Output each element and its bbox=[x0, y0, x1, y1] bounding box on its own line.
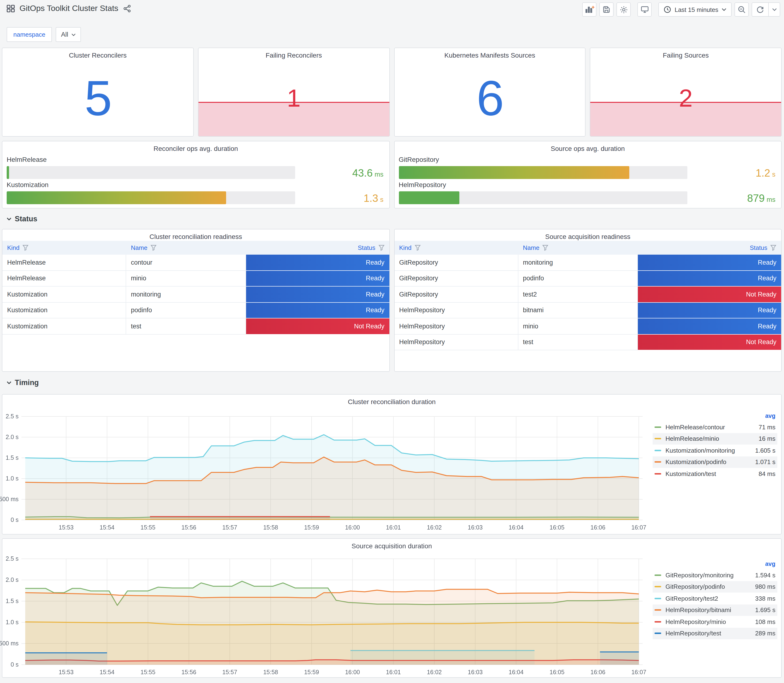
refresh-interval-button[interactable] bbox=[768, 3, 780, 16]
x-axis-tick-label: 15:53 bbox=[59, 524, 74, 531]
series-color-swatch bbox=[654, 438, 661, 439]
section-title: Timing bbox=[15, 378, 39, 387]
series-name: HelmRepository/test bbox=[665, 630, 755, 637]
gauge-track bbox=[6, 191, 295, 204]
cell-name: contour bbox=[126, 255, 246, 271]
filter-icon[interactable] bbox=[150, 245, 156, 251]
chart-plot-area[interactable]: 0 s500 ms1.0 s1.5 s2.0 s2.5 s15:5315:541… bbox=[7, 554, 649, 679]
save-dashboard-button[interactable] bbox=[599, 2, 614, 17]
stat-value: 2 bbox=[590, 63, 781, 133]
legend-item[interactable]: HelmRepository/test289 ms bbox=[653, 628, 778, 639]
series-area bbox=[25, 653, 107, 665]
cell-name: minio bbox=[518, 318, 638, 334]
gauge-fill bbox=[6, 191, 226, 204]
chart-legend: avgGitRepository/monitoring1.594 sGitRep… bbox=[653, 561, 778, 639]
legend-item[interactable]: Kustomization/podinfo1.071 s bbox=[653, 456, 778, 468]
cell-status: Not Ready bbox=[638, 287, 781, 303]
legend-item[interactable]: GitRepository/monitoring1.594 s bbox=[653, 569, 778, 581]
cycle-view-mode-icon bbox=[640, 6, 649, 13]
x-axis-tick-label: 16:04 bbox=[508, 669, 524, 675]
cell-kind: Kustomization bbox=[2, 318, 126, 334]
series-avg-value: 16 ms bbox=[758, 435, 776, 443]
chevron-down-icon bbox=[721, 8, 726, 11]
x-axis-tick-label: 16:04 bbox=[508, 524, 524, 531]
panel-title: Source ops avg. duration bbox=[394, 141, 781, 152]
gauge-fill bbox=[6, 166, 9, 179]
variable-value-dropdown[interactable]: All bbox=[56, 27, 81, 42]
table-row: KustomizationtestNot Ready bbox=[2, 318, 389, 334]
filter-icon[interactable] bbox=[378, 245, 385, 251]
legend-item[interactable]: HelmRepository/minio108 ms bbox=[653, 616, 778, 628]
legend-avg-header[interactable]: avg bbox=[653, 413, 778, 421]
status-badge: Not Ready bbox=[246, 318, 389, 334]
gauge-label: GitRepository bbox=[399, 156, 776, 163]
column-header-status[interactable]: Status bbox=[246, 241, 389, 255]
x-axis-tick-label: 15:54 bbox=[99, 524, 114, 531]
legend-item[interactable]: GitRepository/podinfo980 ms bbox=[653, 581, 778, 593]
panel-title: Source acquisition readiness bbox=[394, 229, 781, 240]
filter-icon[interactable] bbox=[414, 245, 420, 251]
series-avg-value: 1.071 s bbox=[755, 459, 776, 466]
variable-label-namespace[interactable]: namespace bbox=[6, 27, 52, 42]
series-name: HelmRepository/minio bbox=[665, 618, 755, 625]
x-axis-tick-label: 16:02 bbox=[427, 524, 442, 531]
chart-panel-cluster-reconciliation-duration: Cluster reconciliation duration avgHelmR… bbox=[2, 394, 782, 534]
zoom-out-button[interactable] bbox=[734, 2, 749, 17]
dashboard-settings-button[interactable] bbox=[616, 2, 631, 17]
stat-panel-failing-sources: Failing Sources 2 bbox=[590, 48, 782, 136]
filter-icon[interactable] bbox=[770, 245, 776, 251]
series-name: GitRepository/podinfo bbox=[665, 583, 755, 590]
section-header-timing[interactable]: Timing bbox=[6, 377, 39, 388]
column-header-kind[interactable]: Kind bbox=[394, 241, 518, 255]
filter-icon[interactable] bbox=[542, 245, 548, 251]
dashboard-grid-icon[interactable] bbox=[6, 5, 15, 12]
column-header-name[interactable]: Name bbox=[126, 241, 246, 255]
cell-name: bitnami bbox=[518, 303, 638, 318]
column-header-kind[interactable]: Kind bbox=[2, 241, 126, 255]
cell-name: test2 bbox=[518, 287, 638, 303]
stat-value: 6 bbox=[394, 63, 585, 133]
chart-plot-area[interactable]: 0 s500 ms1.0 s1.5 s2.0 s2.5 s15:5315:541… bbox=[7, 413, 649, 534]
series-avg-value: 108 ms bbox=[755, 618, 776, 625]
x-axis-tick-label: 15:56 bbox=[181, 669, 196, 675]
refresh-button[interactable] bbox=[752, 3, 768, 16]
refresh-controls bbox=[752, 2, 780, 17]
readiness-table: KindNameStatusHelmReleasecontourReadyHel… bbox=[2, 241, 389, 334]
panel-title: Cluster Reconcilers bbox=[2, 48, 193, 59]
refresh-interval-caret-icon bbox=[772, 8, 777, 11]
series-color-swatch bbox=[654, 574, 661, 576]
legend-avg-header[interactable]: avg bbox=[653, 561, 778, 569]
y-axis-tick-label: 2.5 s bbox=[6, 555, 19, 562]
page-title: GitOps Toolkit Cluster Stats bbox=[19, 4, 118, 13]
cycle-view-mode-button[interactable] bbox=[637, 2, 652, 17]
legend-item[interactable]: HelmRepository/bitnami1.695 s bbox=[653, 604, 778, 616]
cell-name: minio bbox=[126, 271, 246, 287]
add-panel-button[interactable]: + bbox=[582, 2, 596, 17]
zoom-out-icon bbox=[738, 5, 746, 14]
cell-kind: HelmRepository bbox=[394, 303, 518, 318]
table-row: HelmReleaseminioReady bbox=[2, 271, 389, 287]
gauge-row-helmrepository: HelmRepository 879ms bbox=[399, 181, 776, 189]
time-range-picker[interactable]: Last 15 minutes bbox=[658, 2, 732, 17]
column-header-name[interactable]: Name bbox=[518, 241, 638, 255]
column-header-status[interactable]: Status bbox=[638, 241, 781, 255]
table-row: KustomizationmonitoringReady bbox=[2, 287, 389, 303]
table-row: HelmRepositorybitnamiReady bbox=[394, 303, 781, 318]
share-icon[interactable] bbox=[123, 5, 131, 12]
dashboard-toolbar: + bbox=[582, 2, 780, 17]
filter-icon[interactable] bbox=[22, 245, 29, 251]
cell-status: Ready bbox=[638, 255, 781, 271]
table-row: HelmRepositoryminioReady bbox=[394, 318, 781, 334]
legend-item[interactable]: Kustomization/test84 ms bbox=[653, 468, 778, 479]
legend-item[interactable]: HelmRelease/contour71 ms bbox=[653, 421, 778, 433]
table-row: KustomizationpodinfoReady bbox=[2, 303, 389, 318]
panel-title: Cluster reconciliation readiness bbox=[2, 229, 389, 240]
legend-item[interactable]: Kustomization/monitoring1.605 s bbox=[653, 444, 778, 456]
section-header-status[interactable]: Status bbox=[6, 213, 37, 224]
series-area bbox=[25, 589, 639, 665]
gauge-track bbox=[399, 166, 687, 179]
status-badge: Ready bbox=[638, 271, 781, 286]
add-panel-icon: + bbox=[585, 6, 593, 13]
legend-item[interactable]: GitRepository/test2338 ms bbox=[653, 593, 778, 604]
legend-item[interactable]: HelmRelease/minio16 ms bbox=[653, 433, 778, 444]
